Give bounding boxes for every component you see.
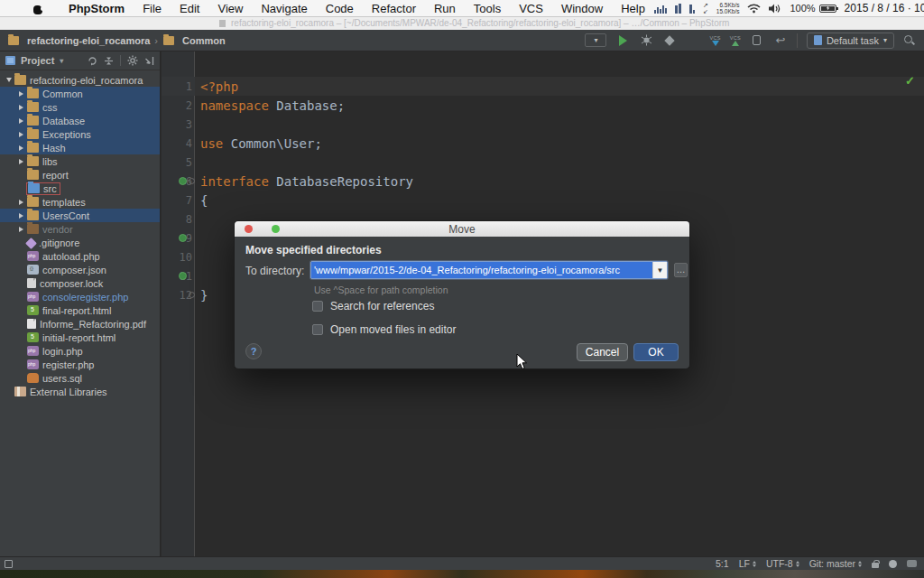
tree-item[interactable]: autoload.php — [0, 249, 160, 263]
menu-item[interactable]: Run — [425, 2, 465, 15]
sync-icon[interactable] — [88, 56, 97, 66]
disk-meter-icon[interactable] — [689, 4, 695, 14]
implemented-marker-icon[interactable] — [179, 177, 187, 185]
wifi-icon[interactable] — [747, 4, 761, 14]
tree-item[interactable]: users.sql — [0, 371, 160, 385]
tree-item[interactable]: initial-report.html — [0, 331, 160, 344]
tree-item[interactable]: refactoring-eloi_rocamora — [0, 73, 160, 87]
tree-item[interactable]: vendor — [0, 222, 160, 236]
breadcrumb-common[interactable]: Common — [162, 35, 226, 46]
network-speed[interactable]: 6.5Kb/s 15.0Kb/s — [716, 2, 740, 14]
lock-icon[interactable] — [872, 563, 879, 568]
coverage-icon[interactable] — [662, 33, 677, 48]
tree-item[interactable]: login.php — [0, 344, 160, 358]
code-line[interactable]: 4use Common\User; — [162, 134, 924, 153]
menu-bar-clock[interactable]: 2015 / 8 / 16 · 10:41 — [845, 2, 924, 14]
tree-item[interactable]: Hash — [0, 141, 160, 154]
menu-item[interactable]: Refactor — [363, 2, 425, 15]
menu-item[interactable]: Navigate — [252, 2, 316, 15]
search-for-references-checkbox[interactable]: Search for references — [312, 300, 434, 312]
expand-arrow-icon[interactable] — [16, 105, 26, 110]
changes-icon[interactable] — [750, 33, 764, 48]
menu-item[interactable]: File — [134, 2, 171, 15]
tree-item[interactable]: register.php — [0, 358, 160, 371]
fold-marker-icon[interactable] — [189, 178, 195, 184]
inspection-status-icon[interactable]: ✓ — [905, 74, 915, 88]
run-button[interactable] — [615, 33, 630, 48]
implemented-marker-icon[interactable] — [179, 272, 187, 280]
expand-arrow-icon[interactable] — [16, 132, 26, 137]
expand-arrow-icon[interactable] — [16, 227, 26, 232]
tree-item[interactable]: External Libraries — [0, 385, 160, 398]
dialog-title-bar[interactable]: Move — [235, 221, 689, 237]
apple-icon[interactable] — [32, 3, 43, 14]
battery-indicator[interactable]: 100% — [790, 3, 836, 14]
tree-item[interactable]: libs — [0, 154, 160, 168]
menu-item[interactable]: Code — [317, 2, 363, 15]
hide-panel-icon[interactable] — [144, 56, 154, 66]
memory-meter-icon[interactable] — [675, 4, 681, 14]
expand-arrow-icon[interactable] — [16, 145, 26, 151]
fold-marker-icon[interactable] — [189, 292, 195, 298]
tree-item[interactable]: consoleregister.php — [0, 290, 160, 303]
breadcrumb-project[interactable]: refactoring-eloi_rocamora — [7, 35, 150, 46]
tree-item[interactable]: src — [0, 182, 160, 195]
code-line[interactable]: 7{ — [162, 191, 924, 210]
expand-arrow-icon[interactable] — [16, 213, 26, 219]
combobox-dropdown-icon[interactable]: ▼ — [652, 262, 667, 278]
menu-item[interactable]: Window — [552, 2, 612, 15]
line-ending-selector[interactable]: LF — [739, 558, 756, 569]
vcs-commit-button[interactable]: VCS — [730, 35, 741, 46]
menu-item[interactable]: PhpStorm — [60, 2, 134, 15]
menu-item[interactable]: View — [208, 2, 252, 15]
cancel-button[interactable]: Cancel — [577, 343, 628, 361]
tree-item[interactable]: css — [0, 100, 160, 114]
event-log-icon[interactable] — [907, 560, 917, 567]
tree-item[interactable]: Informe_Refactoring.pdf — [0, 317, 160, 331]
code-line[interactable]: 6interface DatabaseRepository — [162, 172, 924, 191]
cpu-meter-icon[interactable] — [654, 4, 667, 14]
ok-button[interactable]: OK — [633, 343, 679, 361]
volume-icon[interactable] — [769, 4, 781, 14]
implemented-marker-icon[interactable] — [179, 234, 187, 242]
checkbox-icon[interactable] — [312, 324, 323, 335]
hector-inspection-icon[interactable] — [889, 560, 897, 568]
tree-item[interactable]: Exceptions — [0, 127, 160, 141]
tree-item[interactable]: final-report.html — [0, 303, 160, 317]
caret-position[interactable]: 5:1 — [716, 558, 729, 569]
toolwindow-toggle-icon[interactable] — [5, 560, 13, 568]
menu-item[interactable]: Help — [612, 2, 654, 15]
tree-item[interactable]: templates — [0, 195, 160, 209]
open-moved-files-checkbox[interactable]: Open moved files in editor — [312, 323, 456, 336]
checkbox-icon[interactable] — [312, 301, 323, 312]
tree-item[interactable]: report — [0, 168, 160, 182]
menu-item[interactable]: VCS — [510, 2, 552, 15]
vcs-update-button[interactable]: VCS — [709, 35, 720, 46]
debug-icon[interactable] — [639, 33, 653, 48]
expand-arrow-icon[interactable] — [16, 200, 26, 205]
code-line[interactable]: 2namespace Database; — [162, 96, 924, 115]
code-line[interactable]: 5 — [162, 153, 924, 172]
project-panel-title[interactable]: Project — [21, 55, 54, 66]
profiler-icon[interactable] — [686, 33, 700, 48]
menu-item[interactable]: Tools — [465, 2, 510, 15]
expand-arrow-icon[interactable] — [4, 78, 14, 82]
tree-item[interactable]: composer.lock — [0, 276, 160, 290]
run-config-dropdown[interactable]: ▾ — [585, 33, 606, 47]
default-task-button[interactable]: Default task ▾ — [807, 33, 894, 49]
expand-arrow-icon[interactable] — [16, 118, 26, 124]
gear-icon[interactable] — [127, 55, 138, 66]
encoding-selector[interactable]: UTF-8 — [766, 558, 799, 569]
code-line[interactable]: 3 — [162, 115, 924, 134]
code-line[interactable]: 1<?php — [162, 77, 924, 96]
collapse-all-icon[interactable] — [104, 56, 114, 66]
tree-item[interactable]: composer.json — [0, 263, 160, 276]
help-button[interactable]: ? — [245, 343, 262, 359]
expand-arrow-icon[interactable] — [16, 91, 26, 97]
chevron-down-icon[interactable]: ▾ — [60, 57, 63, 65]
directory-combobox[interactable]: 'www/mpwar/2015-2/de-04_Refactoring/refa… — [310, 261, 668, 279]
tree-item[interactable]: Common — [0, 87, 160, 100]
search-everywhere-icon[interactable] — [903, 34, 915, 46]
tree-item[interactable]: .gitignore — [0, 236, 160, 249]
directory-path-value[interactable]: 'www/mpwar/2015-2/de-04_Refactoring/refa… — [311, 262, 652, 278]
